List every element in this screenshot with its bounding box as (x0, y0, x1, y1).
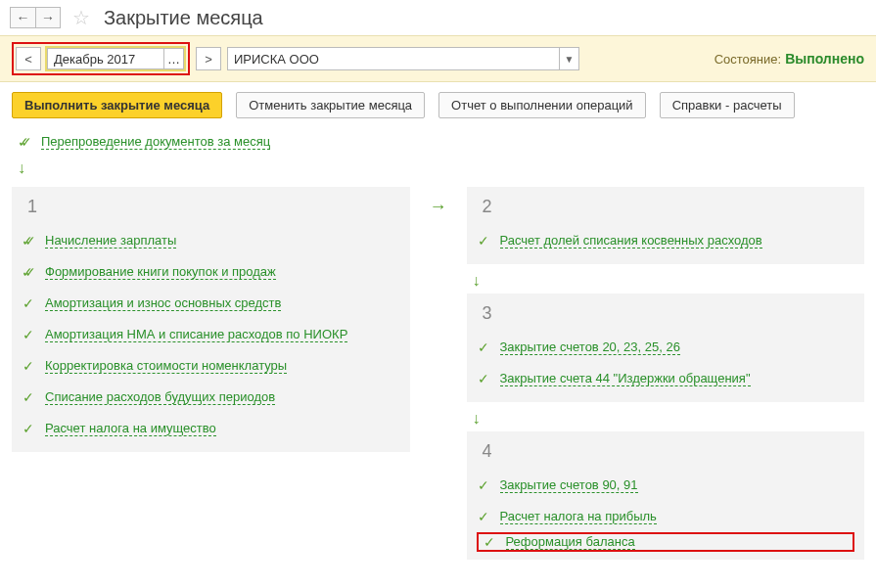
stage-2-box: 2 Расчет долей списания косвенных расход… (467, 187, 865, 264)
balance-reform-link[interactable]: Реформация баланса (506, 534, 635, 550)
check-icon (483, 534, 496, 550)
op-link[interactable]: Расчет налога на имущество (45, 421, 216, 436)
check-icon (22, 389, 35, 405)
status-label: Состояние: (715, 52, 781, 67)
check-icon (477, 371, 490, 386)
operations-report-button[interactable]: Отчет о выполнении операций (438, 92, 646, 118)
stage-4-box: 4 Закрытие счетов 90, 91 Расчет налога н… (467, 431, 865, 560)
stage-2-number: 2 (477, 195, 498, 219)
check-icon (22, 358, 35, 374)
down-arrow-icon: ↓ (467, 406, 865, 431)
check-icon (477, 509, 490, 524)
period-highlight: < Декабрь 2017 … (12, 42, 190, 75)
references-button[interactable]: Справки - расчеты (660, 92, 795, 118)
check-double-icon (18, 134, 31, 150)
status-value: Выполнено (785, 51, 864, 67)
balance-reform-highlight: Реформация баланса (477, 532, 855, 552)
stage-3-number: 3 (477, 301, 498, 326)
repost-documents-link[interactable]: Перепроведение документов за месяц (41, 134, 270, 150)
check-double-icon (22, 233, 35, 249)
check-icon (477, 339, 490, 355)
period-picker-button[interactable]: … (164, 48, 184, 69)
op-link[interactable]: Закрытие счетов 20, 23, 25, 26 (500, 339, 680, 355)
cancel-close-month-button[interactable]: Отменить закрытие месяца (236, 92, 425, 118)
check-icon (22, 327, 35, 342)
check-icon (22, 295, 35, 311)
period-prev-button[interactable]: < (16, 47, 41, 70)
stage-3-box: 3 Закрытие счетов 20, 23, 25, 26 Закрыти… (467, 294, 865, 402)
page-title: Закрытие месяца (104, 7, 263, 29)
right-arrow-icon: → (430, 187, 447, 217)
check-icon (477, 233, 490, 249)
op-link[interactable]: Списание расходов будущих периодов (45, 389, 275, 405)
down-arrow-icon: ↓ (467, 268, 865, 294)
stage-1-box: 1 Начисление зарплаты Формирование книги… (12, 187, 410, 452)
organization-field[interactable]: ИРИСКА ООО ▼ (227, 47, 579, 70)
check-double-icon (22, 264, 35, 280)
organization-dropdown-button[interactable]: ▼ (559, 48, 578, 69)
op-link[interactable]: Начисление зарплаты (45, 233, 176, 249)
favorite-icon[interactable]: ☆ (72, 6, 90, 29)
check-icon (22, 421, 35, 436)
period-field[interactable]: Декабрь 2017 (47, 48, 164, 69)
op-link[interactable]: Корректировка стоимости номенклатуры (45, 358, 287, 374)
op-link[interactable]: Амортизация НМА и списание расходов по Н… (45, 327, 347, 342)
op-link[interactable]: Закрытие счета 44 "Издержки обращения" (500, 371, 751, 386)
check-icon (477, 477, 490, 493)
period-next-button[interactable]: > (196, 47, 221, 70)
run-close-month-button[interactable]: Выполнить закрытие месяца (12, 92, 222, 118)
down-arrow-icon: ↓ (12, 156, 864, 181)
stage-1-number: 1 (22, 195, 43, 219)
op-link[interactable]: Закрытие счетов 90, 91 (500, 477, 638, 493)
op-link[interactable]: Амортизация и износ основных средств (45, 295, 281, 311)
op-link[interactable]: Расчет налога на прибыль (500, 509, 657, 524)
stage-4-number: 4 (477, 439, 498, 464)
back-button[interactable]: ← (10, 7, 35, 28)
forward-button[interactable]: → (35, 7, 61, 28)
op-link[interactable]: Расчет долей списания косвенных расходов (500, 233, 762, 249)
organization-value: ИРИСКА ООО (228, 52, 559, 67)
op-link[interactable]: Формирование книги покупок и продаж (45, 264, 276, 280)
